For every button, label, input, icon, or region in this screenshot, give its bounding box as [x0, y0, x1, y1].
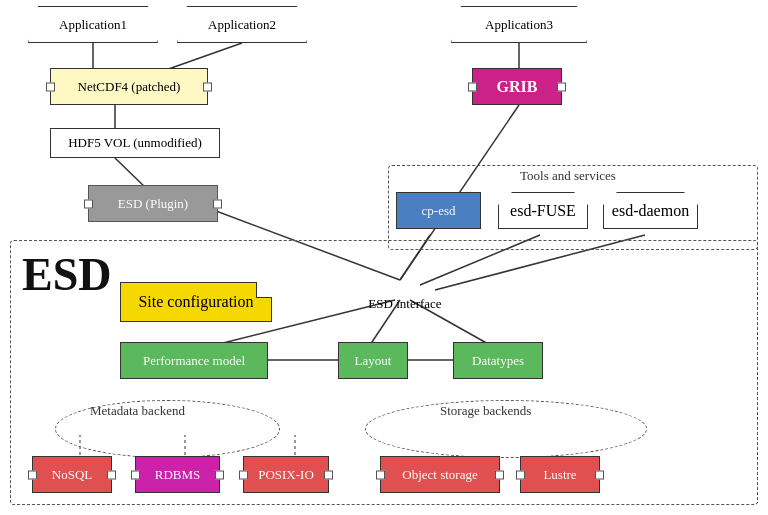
nosql-label: NoSQL — [52, 467, 92, 483]
lustre-node: Lustre — [520, 456, 600, 493]
grib-node: GRIB — [472, 68, 562, 105]
app3-label: Application3 — [485, 17, 553, 33]
esdfuse-node: esd-FUSE — [498, 192, 588, 229]
esddaemon-label: esd-daemon — [612, 202, 689, 220]
cpesd-label: cp-esd — [422, 203, 456, 219]
app2-node: Application2 — [177, 6, 307, 43]
esdplugin-label: ESD (Plugin) — [118, 196, 188, 212]
nosql-node: NoSQL — [32, 456, 112, 493]
rdbms-node: RDBMS — [135, 456, 220, 493]
siteconfig-node: Site configuration — [120, 282, 272, 322]
netcdf4-node: NetCDF4 (patched) — [50, 68, 208, 105]
app2-label: Application2 — [208, 17, 276, 33]
esdinterface-node: ESD interface — [350, 290, 460, 318]
esd-title: ESD — [22, 248, 111, 301]
esdinterface-label: ESD interface — [368, 296, 441, 312]
cpesd-node: cp-esd — [396, 192, 481, 229]
siteconfig-label: Site configuration — [138, 293, 253, 311]
diagram: Application1 Application2 Application3 N… — [0, 0, 768, 515]
posixio-label: POSIX-IO — [258, 467, 314, 483]
datatypes-label: Datatypes — [472, 353, 524, 369]
esddaemon-node: esd-daemon — [603, 192, 698, 229]
datatypes-node: Datatypes — [453, 342, 543, 379]
posixio-node: POSIX-IO — [243, 456, 329, 493]
hdf5vol-label: HDF5 VOL (unmodified) — [68, 135, 202, 151]
lustre-label: Lustre — [543, 467, 576, 483]
layout-node: Layout — [338, 342, 408, 379]
layout-label: Layout — [355, 353, 392, 369]
app1-label: Application1 — [59, 17, 127, 33]
rdbms-label: RDBMS — [155, 467, 201, 483]
objectstorage-label: Object storage — [402, 467, 477, 483]
app1-node: Application1 — [28, 6, 158, 43]
tools-services-label: Tools and services — [520, 168, 616, 184]
metadatabackend-label: Metadata backend — [90, 403, 185, 419]
esdplugin-node: ESD (Plugin) — [88, 185, 218, 222]
grib-label: GRIB — [497, 78, 538, 96]
netcdf4-label: NetCDF4 (patched) — [78, 79, 181, 95]
storagebackends-label: Storage backends — [440, 403, 531, 419]
objectstorage-node: Object storage — [380, 456, 500, 493]
perfmodel-node: Performance model — [120, 342, 268, 379]
perfmodel-label: Performance model — [143, 353, 245, 369]
esdfuse-label: esd-FUSE — [510, 202, 576, 220]
hdf5vol-node: HDF5 VOL (unmodified) — [50, 128, 220, 158]
app3-node: Application3 — [451, 6, 587, 43]
